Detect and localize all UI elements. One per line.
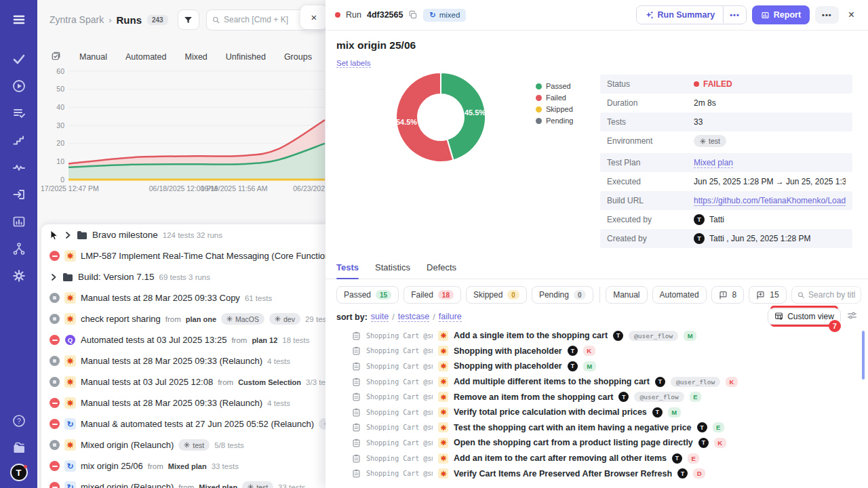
test-title[interactable]: Add multiple different items to the shop… bbox=[454, 377, 650, 386]
tests-search[interactable] bbox=[791, 286, 861, 304]
chevron-right-icon[interactable] bbox=[64, 231, 72, 239]
close-panel-button[interactable]: × bbox=[844, 6, 859, 24]
enter-icon[interactable] bbox=[6, 183, 32, 206]
test-cases-icon[interactable] bbox=[6, 47, 32, 70]
pulse-icon[interactable] bbox=[6, 156, 32, 179]
from-plan[interactable]: Mixed plan bbox=[199, 483, 237, 488]
sort-by-failure[interactable]: failure bbox=[439, 312, 462, 322]
test-row[interactable]: Shopping Cart @sm... Add an item to the … bbox=[326, 451, 859, 466]
filter-button[interactable] bbox=[178, 9, 199, 30]
test-row[interactable]: Shopping Cart @sm... Add a single item t… bbox=[326, 328, 859, 344]
test-row[interactable]: Shopping Cart @sm... Test the shopping c… bbox=[326, 420, 859, 436]
more-actions-button[interactable]: ••• bbox=[815, 6, 839, 24]
folder-icon bbox=[77, 230, 87, 240]
popover-close-button[interactable]: × bbox=[300, 5, 326, 29]
test-title[interactable]: Add a single item to the shopping cart bbox=[454, 331, 608, 340]
test-row[interactable]: Shopping Cart @sm... Verify Cart Items A… bbox=[326, 466, 859, 481]
run-row[interactable]: check report sharing from plan one MacOS… bbox=[41, 308, 326, 329]
manual-origin-icon bbox=[64, 313, 76, 325]
gear-icon[interactable] bbox=[6, 264, 32, 287]
tab-defects[interactable]: Defects bbox=[427, 262, 456, 279]
help-icon[interactable]: ? bbox=[6, 409, 32, 432]
skipped-filter-button[interactable]: Skipped0 bbox=[466, 286, 527, 304]
tab-mixed[interactable]: Mixed bbox=[184, 52, 207, 62]
branch-icon[interactable] bbox=[6, 237, 32, 260]
tab-automated[interactable]: Automated bbox=[125, 52, 166, 62]
sort-by-testcase[interactable]: testcase bbox=[398, 312, 430, 322]
test-title[interactable]: Remove an item from the shopping cart bbox=[454, 392, 613, 402]
test-suite: Shopping Cart @sm... bbox=[366, 363, 433, 370]
runs-search[interactable] bbox=[206, 9, 309, 30]
run-row[interactable]: Build: Version 7.15 69 tests 3 runs bbox=[41, 266, 326, 287]
run-status-icon bbox=[50, 419, 60, 429]
run-row[interactable]: Manual tests at 28 Mar 2025 09:33 (Relau… bbox=[41, 392, 326, 413]
run-summary-more-button[interactable]: ••• bbox=[723, 7, 746, 23]
tab-unfinished[interactable]: Unfinished bbox=[226, 52, 266, 62]
test-row[interactable]: Shopping Cart @sm... Open the shopping c… bbox=[326, 435, 859, 451]
docs-icon[interactable] bbox=[6, 436, 32, 460]
play-circle-icon[interactable] bbox=[6, 75, 32, 98]
defects-count-button[interactable]: 8 bbox=[711, 286, 745, 304]
tab-groups[interactable]: Groups bbox=[284, 52, 312, 62]
tab-tests[interactable]: Tests bbox=[336, 262, 359, 279]
test-title[interactable]: Verify Cart Items Are Preserved After Br… bbox=[454, 469, 672, 479]
from-plan[interactable]: plan 12 bbox=[252, 336, 277, 344]
automated-filter-button[interactable]: Automated bbox=[652, 286, 707, 304]
steps-icon[interactable] bbox=[6, 129, 32, 152]
test-title[interactable]: Test the shopping cart with an item havi… bbox=[454, 423, 692, 432]
runs-search-input[interactable] bbox=[224, 15, 303, 24]
run-row[interactable]: LMP-587 Implement Real-Time Chat Messagi… bbox=[41, 245, 326, 266]
chevron-right-icon[interactable] bbox=[50, 273, 58, 281]
view-settings-icon[interactable] bbox=[847, 310, 857, 323]
test-row[interactable]: Shopping Cart @sm... Add multiple differ… bbox=[326, 374, 859, 390]
set-labels-link[interactable]: Set labels bbox=[336, 59, 371, 68]
run-row[interactable]: Bravo milestone 124 tests 32 runs bbox=[41, 224, 326, 245]
menu-icon[interactable] bbox=[6, 8, 32, 31]
test-title[interactable]: Open the shopping cart from a product li… bbox=[454, 438, 693, 447]
test-row[interactable]: Shopping Cart @sm... Shopping with place… bbox=[326, 359, 859, 374]
tab-statistics[interactable]: Statistics bbox=[375, 262, 410, 279]
run-row[interactable]: Mixed origin (Relaunch) test 5/8 tests bbox=[41, 434, 326, 455]
failed-filter-button[interactable]: Failed18 bbox=[403, 286, 461, 304]
passed-filter-button[interactable]: Passed15 bbox=[336, 286, 399, 304]
pending-filter-button[interactable]: Pending0 bbox=[532, 286, 593, 304]
build-url-link[interactable]: https://github.com/TetianaKhomenko/Load-… bbox=[694, 196, 846, 206]
test-title[interactable]: Shopping with placeholder bbox=[454, 361, 562, 371]
run-summary-group: Run Summary ••• bbox=[636, 5, 747, 24]
test-plan-link[interactable]: Mixed plan bbox=[694, 158, 733, 168]
test-title[interactable]: Add an item to the cart after removing a… bbox=[454, 453, 667, 463]
severity-icon bbox=[438, 468, 448, 479]
scrollbar-thumb[interactable] bbox=[862, 331, 865, 380]
comments-count-button[interactable]: 15 bbox=[749, 286, 786, 304]
bar-chart-icon[interactable] bbox=[6, 210, 32, 233]
run-row[interactable]: ↻ mix origin 25/06 from Mixed plan 33 te… bbox=[41, 455, 326, 476]
sort-by-suite[interactable]: suite bbox=[371, 312, 389, 322]
test-row[interactable]: Shopping Cart @sm... Verify total price … bbox=[326, 405, 859, 420]
select-multiple-icon[interactable] bbox=[51, 51, 61, 63]
run-list-icon[interactable] bbox=[6, 102, 32, 125]
run-summary-button[interactable]: Run Summary bbox=[637, 6, 724, 24]
test-title[interactable]: Shopping with placeholder bbox=[454, 346, 562, 356]
run-row[interactable]: ↻ Manual & automated tests at 27 Jun 202… bbox=[41, 413, 326, 434]
severity-icon bbox=[438, 438, 448, 448]
run-row[interactable]: Manual tests at 28 Mar 2025 09:33 Copy 6… bbox=[41, 287, 326, 308]
test-title[interactable]: Verify total price calculation with deci… bbox=[454, 407, 647, 417]
detail-row: Duration 2m 8s bbox=[600, 94, 852, 113]
severity-icon bbox=[438, 453, 448, 464]
test-row[interactable]: Shopping Cart @sm... Shopping with place… bbox=[326, 344, 859, 359]
run-row[interactable]: Manual tests at 28 Mar 2025 09:33 (Relau… bbox=[41, 350, 326, 371]
tab-manual[interactable]: Manual bbox=[79, 52, 107, 62]
run-row[interactable]: Manual tests at 03 Jul 2025 12:08 from C… bbox=[41, 371, 326, 392]
manual-filter-button[interactable]: Manual bbox=[606, 286, 647, 304]
from-plan[interactable]: plan one bbox=[186, 315, 216, 323]
run-row[interactable]: ↻ mixed origin (Relaunch) from Mixed pla… bbox=[41, 476, 326, 488]
from-plan[interactable]: Mixed plan bbox=[168, 462, 207, 470]
report-button[interactable]: Report bbox=[752, 5, 810, 24]
from-plan[interactable]: Custom Selection bbox=[238, 378, 301, 386]
user-avatar[interactable]: T bbox=[10, 464, 28, 481]
breadcrumb-project[interactable]: Zyntra Spark bbox=[50, 14, 104, 25]
tests-search-input[interactable] bbox=[808, 290, 855, 300]
run-row[interactable]: Q Automated tests at 03 Jul 2025 13:25 f… bbox=[41, 329, 326, 350]
test-row[interactable]: Shopping Cart @sm... Remove an item from… bbox=[326, 389, 859, 405]
copy-icon[interactable] bbox=[408, 10, 418, 20]
